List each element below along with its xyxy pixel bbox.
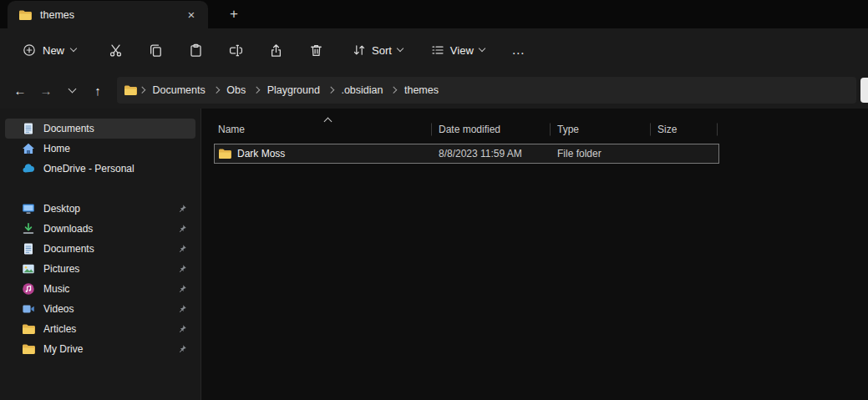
column-header-name[interactable]: Name [214, 117, 432, 142]
tab-title: themes [40, 9, 180, 21]
sidebar-item-label: Documents [43, 123, 187, 134]
sort-button-label: Sort [372, 44, 392, 57]
chevron-right-icon [390, 87, 397, 94]
sidebar-item-desktop[interactable]: Desktop [5, 199, 195, 219]
back-arrow-icon: ← [14, 84, 27, 98]
address-bar[interactable]: Documents Obs Playground .obsidian theme… [117, 77, 856, 104]
pin-icon [177, 304, 187, 314]
delete-icon [309, 43, 323, 58]
tab-close-button[interactable]: × [180, 5, 203, 25]
sidebar-item-home[interactable]: Home [5, 139, 195, 159]
copy-button[interactable] [139, 36, 172, 64]
ellipsis-icon: … [511, 43, 525, 57]
documents-icon [22, 242, 35, 256]
breadcrumb-obsidian[interactable]: .obsidian [335, 81, 388, 99]
sort-icon [353, 43, 366, 57]
file-row-dark-moss[interactable]: Dark Moss 8/8/2023 11:59 AM File folder [214, 144, 719, 164]
sidebar-item-articles[interactable]: Articles [5, 319, 195, 339]
copy-icon [149, 43, 163, 58]
view-icon [431, 43, 444, 57]
breadcrumb-obs[interactable]: Obs [221, 81, 251, 99]
breadcrumb-documents[interactable]: Documents [147, 81, 211, 99]
tab-bar: themes × + [0, 0, 868, 28]
file-name-cell: Dark Moss [215, 147, 432, 160]
new-tab-button[interactable]: + [221, 3, 246, 26]
breadcrumb-themes[interactable]: themes [398, 81, 444, 99]
onedrive-icon [22, 162, 35, 175]
column-header-label: Size [657, 124, 677, 135]
location-folder-icon[interactable] [124, 84, 137, 97]
share-button[interactable] [259, 36, 292, 64]
file-name: Dark Moss [237, 148, 285, 159]
column-header-date-modified[interactable]: Date modified [432, 117, 551, 142]
cut-icon [109, 43, 123, 58]
chevron-right-icon [139, 87, 145, 94]
up-button[interactable]: ↑ [85, 78, 110, 103]
file-explorer-window: themes × + New [0, 0, 868, 400]
folder-icon [218, 147, 231, 160]
sidebar-item-music[interactable]: Music [5, 279, 195, 299]
column-headers: Name Date modified Type Size [214, 117, 868, 142]
pin-icon [177, 204, 187, 214]
more-options-button[interactable]: … [503, 36, 535, 64]
column-header-size[interactable]: Size [651, 117, 718, 142]
music-icon [22, 282, 35, 296]
column-header-label: Type [557, 124, 579, 135]
tab-themes[interactable]: themes × [8, 1, 208, 28]
pin-icon [177, 324, 187, 334]
search-box-partial[interactable] [860, 78, 868, 103]
home-icon [22, 142, 35, 155]
file-type-cell: File folder [551, 148, 651, 159]
sidebar-item-documents-pinned[interactable]: Documents [5, 239, 195, 259]
sidebar-item-label: OneDrive - Personal [43, 163, 187, 175]
chevron-down-icon [397, 45, 404, 52]
pictures-icon [22, 262, 35, 276]
new-button-label: New [43, 44, 64, 57]
breadcrumb-playground[interactable]: Playground [261, 81, 326, 99]
sidebar-item-documents[interactable]: Documents [5, 119, 195, 139]
sidebar-item-my-drive[interactable]: My Drive [5, 339, 195, 359]
sidebar-item-videos[interactable]: Videos [5, 299, 195, 319]
forward-button[interactable]: → [33, 78, 58, 103]
paste-button[interactable] [179, 36, 212, 64]
sidebar-item-onedrive-personal[interactable]: OneDrive - Personal [5, 159, 195, 179]
cut-button[interactable] [99, 36, 132, 64]
chevron-down-icon [479, 45, 485, 52]
folder-icon [18, 8, 32, 22]
sidebar-item-pictures[interactable]: Pictures [5, 259, 195, 279]
navigation-pane: Documents Home OneDrive - Personal Deskt… [0, 109, 201, 400]
forward-arrow-icon: → [40, 84, 53, 98]
downloads-icon [22, 222, 35, 235]
sidebar-item-label: Home [43, 143, 187, 154]
paste-icon [189, 43, 203, 58]
column-header-type[interactable]: Type [551, 117, 651, 142]
rename-icon [229, 43, 243, 58]
sidebar-item-downloads[interactable]: Downloads [5, 219, 195, 239]
column-header-label: Date modified [439, 124, 500, 135]
view-button-label: View [450, 44, 474, 57]
sidebar-item-label: Articles [43, 323, 177, 335]
plus-icon: + [230, 6, 238, 23]
command-bar: New Sort [0, 28, 868, 72]
share-icon [269, 43, 283, 58]
sidebar-item-label: My Drive [43, 343, 177, 355]
chevron-right-icon [213, 87, 220, 94]
window-chrome: New Sort [0, 28, 868, 109]
pin-icon [177, 284, 187, 294]
chevron-right-icon [327, 87, 334, 94]
address-row: ← → ↑ Documents Obs Playground .obsidian [0, 72, 868, 109]
close-icon: × [188, 8, 195, 22]
rename-button[interactable] [219, 36, 252, 64]
pin-icon [177, 244, 187, 254]
back-button[interactable]: ← [8, 78, 33, 103]
delete-button[interactable] [299, 36, 332, 64]
recent-locations-button[interactable] [59, 78, 84, 103]
pin-icon [177, 224, 187, 234]
up-arrow-icon: ↑ [94, 84, 101, 98]
new-button[interactable]: New [13, 36, 85, 64]
sidebar-item-label: Pictures [43, 263, 177, 275]
sort-button[interactable]: Sort [344, 36, 411, 64]
desktop-icon [22, 202, 35, 215]
main-area: Documents Home OneDrive - Personal Deskt… [0, 109, 868, 400]
view-button[interactable]: View [423, 36, 493, 64]
